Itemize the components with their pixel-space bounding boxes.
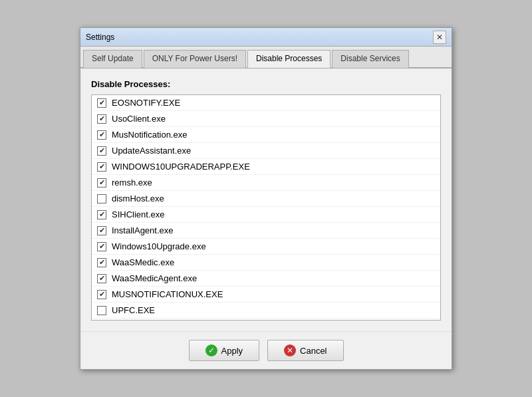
process-name: SIHClient.exe [112,209,164,219]
window-title: Settings [86,33,114,42]
process-name: UsoClient.exe [112,114,166,124]
footer: ✓ Apply ✕ Cancel [80,331,452,369]
tab-disable-services[interactable]: Disable Services [332,50,408,68]
checkbox[interactable] [97,306,106,315]
list-item[interactable]: ✔UpdateAssistant.exe [92,143,440,159]
process-name: WaaSMedicAgent.exe [112,273,197,283]
checkbox[interactable]: ✔ [97,162,106,172]
checkbox[interactable]: ✔ [97,274,106,283]
settings-window: Settings ✕ Self UpdateONLY For Power Use… [80,27,452,370]
title-bar: Settings ✕ [80,28,452,47]
checkbox[interactable]: ✔ [97,258,106,267]
process-name: remsh.exe [112,178,152,188]
process-name: EOSNOTIFY.EXE [112,98,180,108]
checkbox[interactable]: ✔ [97,290,106,299]
checkbox[interactable] [97,194,106,203]
list-item[interactable]: ✔remsh.exe [92,175,440,191]
cancel-label: Cancel [300,346,327,356]
checkbox[interactable]: ✔ [97,130,106,140]
apply-label: Apply [221,346,243,356]
list-item[interactable]: ✔EOSNOTIFY.EXE [92,95,440,111]
process-name: WINDOWS10UPGRADERAPP.EXE [112,162,250,172]
section-title: Disable Processes: [91,79,441,89]
tab-self-update[interactable]: Self Update [83,50,142,68]
apply-button[interactable]: ✓ Apply [189,340,260,361]
list-item[interactable]: ✔MusNotification.exe [92,127,440,143]
process-name: dismHost.exe [112,194,164,203]
list-item[interactable]: ✔SIHClient.exe [92,207,440,223]
checkbox[interactable]: ✔ [97,114,106,124]
list-item[interactable]: ✔WaaSMedicAgent.exe [92,271,440,287]
process-name: Windows10Upgrade.exe [112,241,206,251]
list-item[interactable]: dismHost.exe [92,191,440,207]
process-name: UpdateAssistant.exe [112,146,191,156]
checkbox[interactable]: ✔ [97,98,106,108]
list-item[interactable]: ✔MUSNOTIFICATIONUX.EXE [92,287,440,303]
checkbox[interactable]: ✔ [97,226,106,235]
tab-bar: Self UpdateONLY For Power Users!Disable … [80,47,452,68]
process-name: InstallAgent.exe [112,225,174,235]
processes-list[interactable]: ✔EOSNOTIFY.EXE✔UsoClient.exe✔MusNotifica… [91,94,441,321]
list-item[interactable]: ✔UsoClient.exe [92,111,440,127]
cancel-icon: ✕ [284,344,296,356]
process-name: MUSNOTIFICATIONUX.EXE [112,289,223,299]
checkbox[interactable]: ✔ [97,242,106,251]
tab-disable-processes[interactable]: Disable Processes [247,50,331,68]
checkbox[interactable]: ✔ [97,210,106,219]
tab-power-users[interactable]: ONLY For Power Users! [144,50,246,68]
close-button[interactable]: ✕ [433,31,446,44]
checkbox[interactable]: ✔ [97,178,106,188]
content-area: Disable Processes: ✔EOSNOTIFY.EXE✔UsoCli… [80,68,452,331]
process-name: WaaSMedic.exe [112,257,174,267]
cancel-button[interactable]: ✕ Cancel [267,340,343,361]
list-item[interactable]: ✔WINDOWS10UPGRADERAPP.EXE [92,159,440,175]
process-name: UPFC.EXE [112,305,155,315]
list-item[interactable]: ✔WaaSMedic.exe [92,255,440,271]
list-item[interactable]: ✔InstallAgent.exe [92,223,440,239]
apply-icon: ✓ [205,344,217,356]
list-item[interactable]: ✔Windows10Upgrade.exe [92,239,440,255]
checkbox[interactable]: ✔ [97,146,106,156]
process-name: MusNotification.exe [112,130,187,140]
list-item[interactable]: UPFC.EXE [92,303,440,319]
